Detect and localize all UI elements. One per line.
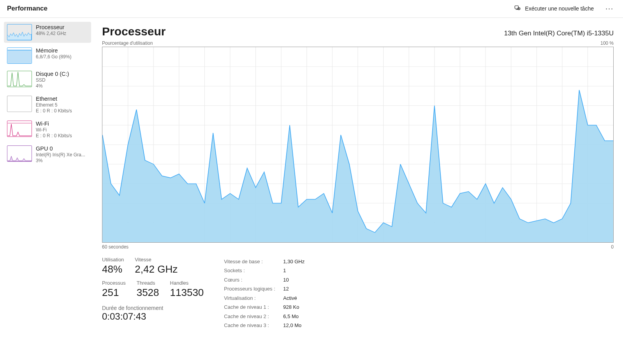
sidebar-item-sub2: 3% xyxy=(36,158,85,163)
uptime-label: Durée de fonctionnement xyxy=(102,305,204,311)
chart-xmin: 0 xyxy=(611,244,614,250)
chart-ymax: 100 % xyxy=(600,40,614,46)
sidebar-item-text: GPU 0Intel(R) Iris(R) Xe Gra...3% xyxy=(36,145,85,163)
detail-stat-5: Cache de niveau 1 :928 Ko xyxy=(224,303,304,311)
detail-stat-7: Cache de niveau 3 :12,0 Mo xyxy=(224,321,304,329)
sidebar-item-sub2: E : 0 R : 0 Kbits/s xyxy=(36,108,72,114)
main-header: Processeur 13th Gen Intel(R) Core(TM) i5… xyxy=(102,25,614,38)
main-panel: Processeur 13th Gen Intel(R) Core(TM) i5… xyxy=(93,18,623,364)
sidebar-item-wifi[interactable]: Wi-FiWi-FiE : 0 R : 0 Kbits/s xyxy=(4,118,91,141)
sidebar-item-title: Mémoire xyxy=(36,47,71,54)
cpu-model: 13th Gen Intel(R) Core(TM) i5-1335U xyxy=(504,30,614,37)
detail-stat-value: 1 xyxy=(283,266,286,275)
detail-stat-2: Cœurs :10 xyxy=(224,276,304,284)
sidebar-item-sub1: Wi-Fi xyxy=(36,127,72,133)
detail-stat-value: 10 xyxy=(283,276,289,284)
big-stat-r2-1: Threads3528 xyxy=(137,280,159,299)
detail-stat-value: Activé xyxy=(283,294,297,302)
sidebar-item-text: Wi-FiWi-FiE : 0 R : 0 Kbits/s xyxy=(36,121,72,138)
detail-stat-4: Virtualisation :Activé xyxy=(224,294,304,302)
big-stats-row-1: Utilisation48%Vitesse2,42 GHz xyxy=(102,257,204,275)
big-stat-r2-1-label: Threads xyxy=(137,280,159,286)
sidebar-item-disk0[interactable]: Disque 0 (C:)SSD4% xyxy=(4,68,91,91)
sidebar-item-title: Ethernet xyxy=(36,96,72,102)
detail-stat-1: Sockets :1 xyxy=(224,266,304,275)
sidebar-item-text: Mémoire6,8/7,6 Go (89%) xyxy=(36,47,71,60)
sidebar-item-sub2: E : 0 R : 0 Kbits/s xyxy=(36,133,72,138)
more-options-button[interactable]: ··· xyxy=(603,4,616,14)
big-stat-r2-2-label: Handles xyxy=(170,280,204,286)
page-title: Performance xyxy=(7,5,48,12)
sidebar-item-memory[interactable]: Mémoire6,8/7,6 Go (89%) xyxy=(4,45,91,66)
detail-stat-value: 1,30 GHz xyxy=(283,257,304,266)
run-new-task-label: Exécuter une nouvelle tâche xyxy=(525,5,594,12)
sidebar-item-text: Disque 0 (C:)SSD4% xyxy=(36,71,69,89)
sidebar-item-title: Disque 0 (C:) xyxy=(36,71,69,77)
big-stat-r1-0-value: 48% xyxy=(102,263,124,275)
wifi-thumb-icon xyxy=(7,121,32,137)
detail-stat-label: Cache de niveau 3 : xyxy=(224,321,283,329)
big-stat-r2-2: Handles113530 xyxy=(170,280,204,299)
run-task-icon xyxy=(514,4,521,12)
detail-stat-label: Virtualisation : xyxy=(224,294,283,302)
disk0-thumb-icon xyxy=(7,71,32,87)
svg-rect-2 xyxy=(8,50,32,63)
uptime-value: 0:03:07:43 xyxy=(102,311,204,322)
detail-stat-0: Vitesse de base :1,30 GHz xyxy=(224,257,304,266)
performance-sidebar: Processeur48% 2,42 GHzMémoire6,8/7,6 Go … xyxy=(0,18,93,364)
sidebar-item-ethernet[interactable]: EthernetEthernet 5E : 0 R : 0 Kbits/s xyxy=(4,93,91,116)
detail-stat-label: Cœurs : xyxy=(224,276,283,284)
stats-section: Utilisation48%Vitesse2,42 GHz Processus2… xyxy=(102,257,614,330)
detail-stat-value: 12,0 Mo xyxy=(283,321,301,329)
chart-top-labels: Pourcentage d'utilisation 100 % xyxy=(102,40,614,46)
sidebar-item-sub1: Ethernet 5 xyxy=(36,102,72,108)
stats-right: Vitesse de base :1,30 GHzSockets :1Cœurs… xyxy=(224,257,304,330)
detail-stat-6: Cache de niveau 2 :6,5 Mo xyxy=(224,312,304,320)
sidebar-item-sub2: 4% xyxy=(36,83,69,89)
detail-stat-label: Cache de niveau 1 : xyxy=(224,303,283,311)
main-title: Processeur xyxy=(102,25,165,38)
uptime-block: Durée de fonctionnement 0:03:07:43 xyxy=(102,303,204,322)
cpu-usage-chart xyxy=(102,47,614,243)
chart-bottom-labels: 60 secondes 0 xyxy=(102,244,614,250)
sidebar-item-text: EthernetEthernet 5E : 0 R : 0 Kbits/s xyxy=(36,96,72,114)
big-stats-row-2: Processus251Threads3528Handles113530 xyxy=(102,280,204,299)
gpu0-thumb-icon xyxy=(7,145,32,162)
sidebar-item-sub1: Intel(R) Iris(R) Xe Gra... xyxy=(36,152,85,158)
chart-ylabel: Pourcentage d'utilisation xyxy=(102,40,153,46)
big-stat-r1-1-value: 2,42 GHz xyxy=(135,263,178,275)
header-bar: Performance Exécuter une nouvelle tâche … xyxy=(0,0,623,18)
big-stat-r1-0-label: Utilisation xyxy=(102,257,124,262)
big-stat-r1-0: Utilisation48% xyxy=(102,257,124,275)
sidebar-item-gpu0[interactable]: GPU 0Intel(R) Iris(R) Xe Gra...3% xyxy=(4,143,91,166)
run-new-task-button[interactable]: Exécuter une nouvelle tâche xyxy=(512,3,596,14)
ethernet-thumb-icon xyxy=(7,96,32,112)
sidebar-item-text: Processeur48% 2,42 GHz xyxy=(36,24,66,36)
detail-stat-3: Processeurs logiques :12 xyxy=(224,285,304,293)
big-stat-r1-1-label: Vitesse xyxy=(135,257,178,262)
detail-stat-label: Cache de niveau 2 : xyxy=(224,312,283,320)
detail-stat-label: Processeurs logiques : xyxy=(224,285,283,293)
sidebar-item-sub1: 48% 2,42 GHz xyxy=(36,31,66,36)
cpu-thumb-icon xyxy=(7,24,32,40)
stats-left: Utilisation48%Vitesse2,42 GHz Processus2… xyxy=(102,257,204,330)
sidebar-item-sub1: 6,8/7,6 Go (89%) xyxy=(36,54,71,60)
more-icon: ··· xyxy=(605,5,614,12)
big-stat-r2-1-value: 3528 xyxy=(137,287,159,299)
detail-stat-value: 6,5 Mo xyxy=(283,312,299,320)
sidebar-item-cpu[interactable]: Processeur48% 2,42 GHz xyxy=(4,22,91,43)
detail-stat-value: 928 Ko xyxy=(283,303,299,311)
sidebar-item-title: Wi-Fi xyxy=(36,121,72,127)
sidebar-item-title: Processeur xyxy=(36,24,66,30)
big-stat-r1-1: Vitesse2,42 GHz xyxy=(135,257,178,275)
detail-stat-value: 12 xyxy=(283,285,289,293)
detail-stat-label: Vitesse de base : xyxy=(224,257,283,266)
sidebar-item-sub1: SSD xyxy=(36,77,69,83)
big-stat-r2-0-label: Processus xyxy=(102,280,126,286)
big-stat-r2-2-value: 113530 xyxy=(170,287,204,299)
header-actions: Exécuter une nouvelle tâche ··· xyxy=(512,3,616,14)
sidebar-item-title: GPU 0 xyxy=(36,145,85,152)
big-stat-r2-0: Processus251 xyxy=(102,280,126,299)
chart-xmax: 60 secondes xyxy=(102,244,128,250)
detail-stat-label: Sockets : xyxy=(224,266,283,275)
